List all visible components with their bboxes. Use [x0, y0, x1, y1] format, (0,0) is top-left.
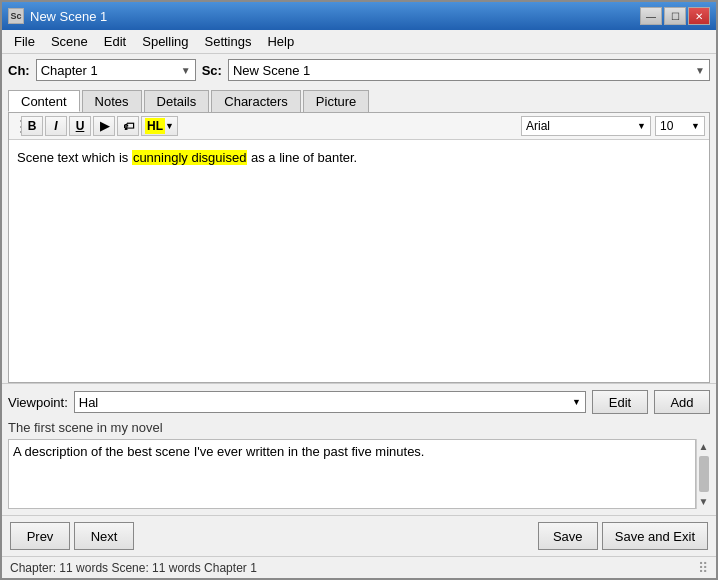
synopsis-title: The first scene in my novel: [8, 420, 710, 435]
menu-spelling[interactable]: Spelling: [134, 32, 196, 51]
highlight-button[interactable]: HL ▼: [141, 116, 178, 136]
toolbar-row: Ch: Chapter 1 ▼ Sc: New Scene 1 ▼: [2, 54, 716, 86]
text-before-highlight: Scene text which is: [17, 150, 132, 165]
viewpoint-label: Viewpoint:: [8, 395, 68, 410]
hl-text: HL: [145, 118, 165, 134]
underline-button[interactable]: U: [69, 116, 91, 136]
tab-content[interactable]: Content: [8, 90, 80, 112]
save-button[interactable]: Save: [538, 522, 598, 550]
menu-file[interactable]: File: [6, 32, 43, 51]
tab-characters[interactable]: Characters: [211, 90, 301, 112]
scene-dropdown-arrow: ▼: [695, 65, 705, 76]
tabs-row: Content Notes Details Characters Picture: [2, 86, 716, 112]
menu-scene[interactable]: Scene: [43, 32, 96, 51]
font-selector: Arial ▼ 10 ▼: [521, 116, 705, 136]
minimize-button[interactable]: —: [640, 7, 662, 25]
highlighted-text: cunningly disguised: [132, 150, 247, 165]
menu-edit[interactable]: Edit: [96, 32, 134, 51]
hl-dropdown-arrow: ▼: [165, 121, 174, 131]
app-icon: Sc: [8, 8, 24, 24]
title-bar-left: Sc New Scene 1: [8, 8, 107, 24]
status-text: Chapter: 11 words Scene: 11 words Chapte…: [10, 561, 257, 575]
font-size: 10: [660, 119, 673, 133]
play-button[interactable]: ▶: [93, 116, 115, 136]
status-bar: Chapter: 11 words Scene: 11 words Chapte…: [2, 556, 716, 578]
scene-dropdown[interactable]: New Scene 1 ▼: [228, 59, 710, 81]
tab-notes[interactable]: Notes: [82, 90, 142, 112]
ch-label: Ch:: [8, 63, 30, 78]
main-window: Sc New Scene 1 — ☐ ✕ File Scene Edit Spe…: [0, 0, 718, 580]
footer-buttons: Prev Next Save Save and Exit: [2, 515, 716, 556]
viewpoint-value: Hal: [79, 395, 99, 410]
menubar: File Scene Edit Spelling Settings Help: [2, 30, 716, 54]
sc-label: Sc:: [202, 63, 222, 78]
font-name: Arial: [526, 119, 550, 133]
scene-text-area[interactable]: Scene text which is cunningly disguised …: [9, 140, 709, 382]
synopsis-scrollbar[interactable]: ▲ ▼: [696, 439, 710, 509]
scroll-thumb[interactable]: [699, 456, 709, 492]
close-button[interactable]: ✕: [688, 7, 710, 25]
text-after-highlight: as a line of banter.: [247, 150, 357, 165]
prev-button[interactable]: Prev: [10, 522, 70, 550]
edit-button[interactable]: Edit: [592, 390, 648, 414]
window-title: New Scene 1: [30, 9, 107, 24]
chapter-dropdown-arrow: ▼: [181, 65, 191, 76]
scroll-down-arrow[interactable]: ▼: [697, 494, 711, 509]
font-dropdown[interactable]: Arial ▼: [521, 116, 651, 136]
save-next-button[interactable]: Save and Exit: [602, 522, 708, 550]
tag-button[interactable]: 🏷: [117, 116, 139, 136]
next-button[interactable]: Next: [74, 522, 134, 550]
formatting-bar: ⋮⋮ B I U ▶ 🏷 HL ▼ Arial ▼ 10 ▼: [9, 113, 709, 140]
viewpoint-row: Viewpoint: Hal ▼ Edit Add: [8, 390, 710, 414]
scroll-up-arrow[interactable]: ▲: [697, 439, 711, 454]
menu-settings[interactable]: Settings: [197, 32, 260, 51]
drag-handle[interactable]: ⋮⋮: [13, 117, 19, 136]
maximize-button[interactable]: ☐: [664, 7, 686, 25]
title-bar: Sc New Scene 1 — ☐ ✕: [2, 2, 716, 30]
tab-picture[interactable]: Picture: [303, 90, 369, 112]
chapter-value: Chapter 1: [41, 63, 98, 78]
bottom-panel: Viewpoint: Hal ▼ Edit Add The first scen…: [2, 383, 716, 515]
synopsis-textarea[interactable]: [8, 439, 696, 509]
scene-value: New Scene 1: [233, 63, 310, 78]
title-buttons: — ☐ ✕: [640, 7, 710, 25]
chapter-dropdown[interactable]: Chapter 1 ▼: [36, 59, 196, 81]
viewpoint-dropdown[interactable]: Hal ▼: [74, 391, 586, 413]
tab-details[interactable]: Details: [144, 90, 210, 112]
font-dropdown-arrow: ▼: [637, 121, 646, 131]
italic-button[interactable]: I: [45, 116, 67, 136]
size-dropdown[interactable]: 10 ▼: [655, 116, 705, 136]
synopsis-area: ▲ ▼: [8, 439, 710, 509]
size-dropdown-arrow: ▼: [691, 121, 700, 131]
resize-grip[interactable]: ⠿: [698, 560, 708, 576]
menu-help[interactable]: Help: [259, 32, 302, 51]
add-button[interactable]: Add: [654, 390, 710, 414]
viewpoint-dropdown-arrow: ▼: [572, 397, 581, 407]
main-content: ⋮⋮ B I U ▶ 🏷 HL ▼ Arial ▼ 10 ▼: [8, 112, 710, 383]
bold-button[interactable]: B: [21, 116, 43, 136]
